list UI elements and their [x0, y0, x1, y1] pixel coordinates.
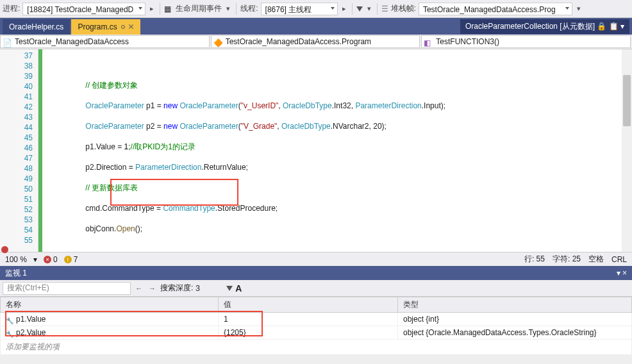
process-label: 进程:	[3, 3, 20, 14]
nav-back-icon[interactable]: ←	[133, 285, 144, 292]
lifecycle-icon[interactable]: ▦	[164, 4, 173, 13]
funnel-arrow-icon[interactable]: ▾	[365, 4, 373, 13]
col-value[interactable]: 值	[219, 297, 398, 313]
watch-add-row[interactable]: 添加要监视的项	[1, 340, 632, 355]
toolbar-overflow-icon[interactable]: ▾	[575, 4, 583, 13]
depth-dropdown[interactable]: 3	[195, 284, 221, 293]
debug-toolbar: 进程: [18824] TestOracle_ManagedD ▸ ▦ 生命周期…	[0, 0, 632, 18]
watch-search-input[interactable]: 搜索(Ctrl+E)	[3, 282, 131, 295]
zoom-arrow-icon[interactable]: ▾	[33, 255, 37, 264]
tab-oraclehelper[interactable]: OracleHelper.cs	[3, 19, 70, 35]
code-area[interactable]: // 创建参数对象 OracleParameter p1 = new Oracl…	[38, 49, 632, 252]
watch-filter-icon[interactable]	[226, 286, 233, 291]
text-tool-icon[interactable]: A	[235, 283, 242, 294]
col-indicator: 字符: 25	[553, 254, 581, 265]
metadata-header[interactable]: OracleParameterCollection [从元数据] 🔒 📋 ▾	[460, 19, 629, 34]
filter-icon[interactable]	[356, 6, 363, 12]
wrench-icon	[6, 329, 13, 337]
editor-statusbar: 100 % ▾ ×0 !7 行: 55 字符: 25 空格 CRL	[0, 252, 632, 266]
code-editor[interactable]: 37383940414243444546474849505152535455 /…	[0, 49, 632, 252]
process-dropdown[interactable]: [18824] TestOracle_ManagedD	[22, 3, 146, 15]
watch-header[interactable]: 监视 1 ▾ ×	[0, 266, 632, 280]
stack-label: 堆栈帧:	[391, 3, 416, 14]
watch-row[interactable]: p1.Value 1 object {int}	[1, 313, 632, 326]
editor-scrollbar[interactable]	[622, 49, 632, 252]
col-type[interactable]: 类型	[398, 297, 632, 313]
lifecycle-arrow-icon[interactable]: ▾	[224, 4, 232, 13]
breakpoint-icon[interactable]	[1, 246, 8, 253]
spaces-indicator[interactable]: 空格	[588, 254, 604, 265]
watch-dropdown-icon[interactable]: ▾ ×	[617, 266, 627, 280]
thread-label: 线程:	[240, 3, 258, 14]
col-name[interactable]: 名称	[1, 297, 219, 313]
close-icon[interactable]	[129, 24, 134, 29]
watch-toolbar: 搜索(Ctrl+E) ← → 搜索深度: 3 A	[0, 280, 632, 297]
step-icon[interactable]: ▸	[148, 4, 156, 13]
nav-fwd-icon[interactable]: →	[147, 285, 158, 292]
tab-program[interactable]: Program.cs	[71, 19, 140, 35]
lifecycle-label: 生命周期事件	[176, 3, 222, 14]
editor-tabstrip: OracleHelper.cs Program.cs OracleParamet…	[0, 18, 632, 35]
wrench-icon	[6, 316, 13, 324]
crlf-indicator[interactable]: CRL	[611, 255, 627, 264]
line-gutter: 37383940414243444546474849505152535455	[0, 49, 38, 252]
thread-dropdown[interactable]: [8676] 主线程	[261, 3, 338, 15]
thread-nav-icon[interactable]: ▸	[340, 4, 348, 13]
pin-icon[interactable]	[121, 25, 125, 29]
zoom-level[interactable]: 100 %	[5, 255, 27, 264]
stack-icon[interactable]: ☰	[381, 4, 388, 13]
watch-table: 名称 值 类型 p1.Value 1 object {int} p2.Value…	[0, 297, 632, 355]
nav-class[interactable]: 🔶TestOracle_ManagedDataAccess.Program	[211, 35, 420, 48]
line-indicator: 行: 55	[524, 254, 545, 265]
nav-namespace[interactable]: 📄TestOracle_ManagedDataAccess	[0, 35, 210, 48]
nav-strip: 📄TestOracle_ManagedDataAccess 🔶TestOracl…	[0, 35, 632, 49]
warning-count[interactable]: !7	[64, 255, 78, 264]
stack-dropdown[interactable]: TestOracle_ManagedDataAccess.Prog	[419, 3, 572, 15]
watch-row[interactable]: p2.Value {1205} object {Oracle.ManagedDa…	[1, 326, 632, 340]
depth-label: 搜索深度:	[160, 283, 193, 294]
error-count[interactable]: ×0	[44, 255, 58, 264]
nav-method[interactable]: ◧TestFUNCTION3()	[421, 35, 631, 48]
